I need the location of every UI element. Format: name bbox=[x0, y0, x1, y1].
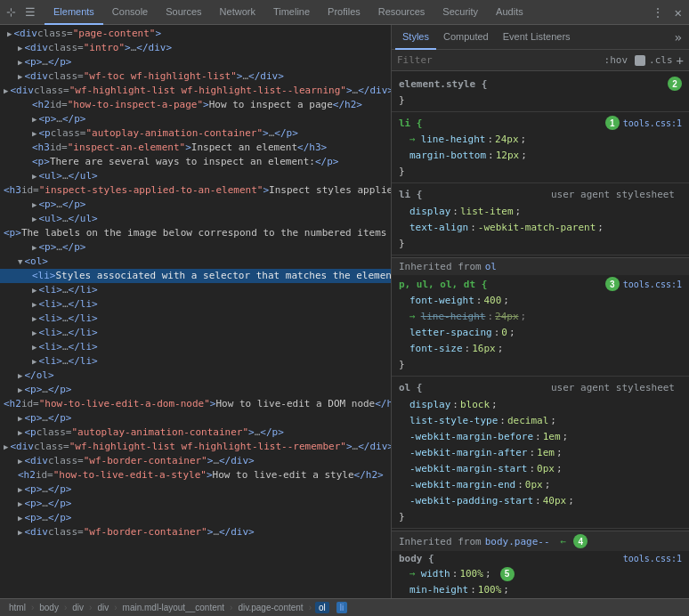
triangle-icon[interactable]: ▶ bbox=[18, 511, 22, 525]
style-prop-display[interactable]: display : list-item ; bbox=[392, 204, 689, 220]
triangle-icon[interactable]: ▶ bbox=[32, 212, 36, 226]
tree-line[interactable]: <p> There are several ways to inspect an… bbox=[0, 155, 391, 169]
triangle-icon[interactable]: ▶ bbox=[32, 169, 36, 183]
tree-line[interactable]: ▶ <p class="autoplay-animation-container… bbox=[0, 426, 391, 440]
triangle-icon[interactable]: ▶ bbox=[32, 126, 36, 141]
tree-line[interactable]: ▶ <div class="wf-toc wf-highlight-list">… bbox=[0, 69, 391, 84]
tree-line[interactable]: ▼ <ol> bbox=[0, 255, 391, 269]
tree-line[interactable]: ▶ <div class="wf-highlight-list wf-highl… bbox=[0, 84, 391, 98]
triangle-icon[interactable]: ▶ bbox=[18, 55, 22, 69]
triangle-icon[interactable]: ▶ bbox=[18, 426, 22, 440]
nav-profiles[interactable]: Profiles bbox=[319, 0, 369, 25]
tree-line[interactable]: ▶ <div class="wf-border-container"> …</d… bbox=[0, 454, 391, 468]
tree-line[interactable]: <h2 id="how-to-inspect-a-page"> How to i… bbox=[0, 98, 391, 112]
tree-line[interactable]: <h2 id="how-to-live-edit-a-dom-node"> Ho… bbox=[0, 397, 391, 411]
nav-security[interactable]: Security bbox=[434, 0, 487, 25]
triangle-icon[interactable]: ▶ bbox=[18, 525, 22, 539]
style-prop-letter-spacing[interactable]: letter-spacing : 0 ; bbox=[392, 325, 689, 341]
status-div1[interactable]: div bbox=[70, 603, 85, 612]
nav-network[interactable]: Network bbox=[211, 0, 264, 25]
tree-line[interactable]: ▶ <p>…</p> bbox=[0, 497, 391, 511]
triangle-icon[interactable]: ▶ bbox=[32, 354, 36, 369]
tree-line[interactable]: ▶ <p>…</p> bbox=[0, 411, 391, 426]
close-icon[interactable]: ✕ bbox=[671, 4, 685, 21]
triangle-icon[interactable]: ▶ bbox=[32, 283, 36, 297]
add-style-rule-button[interactable]: + bbox=[677, 53, 684, 68]
tree-line[interactable]: ▶ <p class="autoplay-animation-container… bbox=[0, 126, 391, 141]
inherited-tag[interactable]: body.page-- bbox=[485, 536, 550, 547]
tree-line[interactable]: <p> The labels on the image below corres… bbox=[0, 226, 391, 240]
triangle-icon[interactable]: ▶ bbox=[7, 27, 12, 41]
style-prop-min-height[interactable]: min-height : 100% ; bbox=[392, 582, 689, 598]
nav-timeline[interactable]: Timeline bbox=[264, 0, 319, 25]
device-mode-icon[interactable]: ☰ bbox=[23, 5, 37, 20]
triangle-icon[interactable]: ▶ bbox=[18, 41, 22, 55]
style-source[interactable]: tools.css:1 bbox=[623, 280, 682, 289]
style-prop-line-height-strikethrough[interactable]: → line-height : 24px ; bbox=[392, 309, 689, 325]
style-prop-font-size[interactable]: font-size : 16px ; bbox=[392, 341, 689, 357]
style-source[interactable]: tools.css:1 bbox=[623, 554, 682, 563]
tree-line[interactable]: ▶ <div class="wf-border-container"> …</d… bbox=[0, 525, 391, 539]
cls-toggle[interactable]: .cls bbox=[649, 54, 673, 66]
style-prop-margin-bottom[interactable]: margin-bottom : 12px ; bbox=[392, 148, 689, 164]
triangle-icon[interactable]: ▶ bbox=[32, 240, 36, 255]
tree-line[interactable]: ▶ <p>…</p> bbox=[0, 482, 391, 497]
tab-event-listeners[interactable]: Event Listeners bbox=[496, 25, 578, 50]
color-picker-icon[interactable] bbox=[635, 55, 645, 66]
triangle-icon[interactable]: ▶ bbox=[32, 326, 36, 340]
more-options-icon[interactable]: ⋮ bbox=[648, 4, 668, 21]
triangle-icon[interactable]: ▶ bbox=[18, 497, 22, 511]
tab-computed[interactable]: Computed bbox=[436, 25, 496, 50]
tree-line[interactable]: ▶ <li>…</li> bbox=[0, 312, 391, 326]
status-div2[interactable]: div bbox=[95, 603, 110, 612]
style-prop-webkit-padding-start[interactable]: -webkit-padding-start : 40px ; bbox=[392, 493, 689, 509]
tabs-more-icon[interactable]: » bbox=[671, 30, 685, 45]
nav-elements[interactable]: Elements bbox=[45, 0, 103, 25]
nav-console[interactable]: Console bbox=[103, 0, 157, 25]
triangle-icon[interactable]: ▶ bbox=[18, 383, 22, 397]
triangle-icon[interactable]: ▶ bbox=[32, 297, 36, 312]
triangle-icon[interactable]: ▶ bbox=[18, 369, 22, 383]
tree-line[interactable]: <h3 id="inspect-styles-applied-to-an-ele… bbox=[0, 183, 391, 198]
tree-line[interactable]: ▶ <li>…</li> bbox=[0, 283, 391, 297]
styles-filter-input[interactable] bbox=[397, 54, 597, 66]
tree-line[interactable]: ▶ <p>…</p> bbox=[0, 383, 391, 397]
selected-tree-line[interactable]: <li>Styles associated with a selector th… bbox=[0, 269, 391, 283]
tree-line[interactable]: ▶ <p>…</p> bbox=[0, 112, 391, 126]
tree-line[interactable]: ▶ <li>…</li> bbox=[0, 326, 391, 340]
style-prop-webkit-margin-after[interactable]: -webkit-margin-after : 1em ; bbox=[392, 445, 689, 461]
style-prop-font-weight[interactable]: font-weight : 400 ; bbox=[392, 293, 689, 309]
style-prop-webkit-margin-start[interactable]: -webkit-margin-start : 0px ; bbox=[392, 461, 689, 477]
tree-line[interactable]: ▶ <p>…</p> bbox=[0, 55, 391, 69]
triangle-icon[interactable]: ▶ bbox=[32, 112, 36, 126]
tree-line[interactable]: ▶ </ol> bbox=[0, 369, 391, 383]
nav-sources[interactable]: Sources bbox=[157, 0, 210, 25]
hov-toggle[interactable]: :hov bbox=[601, 53, 632, 68]
triangle-icon[interactable]: ▼ bbox=[18, 255, 22, 269]
tree-line[interactable]: <h2 id="how-to-live-edit-a-style"> How t… bbox=[0, 468, 391, 482]
tree-line[interactable]: <h3 id="inspect-an-element"> Inspect an … bbox=[0, 141, 391, 155]
tab-styles[interactable]: Styles bbox=[395, 25, 436, 50]
triangle-icon[interactable]: ▶ bbox=[18, 69, 22, 84]
style-prop-webkit-margin-before[interactable]: -webkit-margin-before : 1em ; bbox=[392, 429, 689, 445]
status-ol[interactable]: ol bbox=[315, 602, 329, 613]
tree-line[interactable]: ▶ <li>…</li> bbox=[0, 340, 391, 354]
style-prop-width[interactable]: → width : 100% ; 5 bbox=[392, 566, 689, 582]
triangle-icon[interactable]: ▶ bbox=[4, 440, 8, 454]
triangle-icon[interactable]: ▶ bbox=[32, 198, 36, 212]
style-source[interactable]: tools.css:1 bbox=[623, 118, 682, 128]
inspect-icon[interactable]: ⊹ bbox=[4, 5, 18, 20]
triangle-icon[interactable]: ▶ bbox=[32, 340, 36, 354]
style-prop-list-style-type[interactable]: list-style-type : decimal ; bbox=[392, 413, 689, 429]
triangle-icon[interactable]: ▶ bbox=[18, 454, 22, 468]
style-prop-display[interactable]: display : block ; bbox=[392, 397, 689, 413]
nav-resources[interactable]: Resources bbox=[369, 0, 434, 25]
status-main[interactable]: main.mdl-layout__content bbox=[121, 603, 227, 612]
tree-line[interactable]: ▶ <ul>…</ul> bbox=[0, 212, 391, 226]
tree-line[interactable]: ▶ <li>…</li> bbox=[0, 354, 391, 369]
tree-line[interactable]: ▶ <li>…</li> bbox=[0, 297, 391, 312]
triangle-icon[interactable]: ▶ bbox=[18, 411, 22, 426]
style-prop-webkit-margin-end[interactable]: -webkit-margin-end : 0px ; bbox=[392, 477, 689, 493]
status-body[interactable]: body bbox=[37, 603, 61, 612]
status-html[interactable]: html bbox=[7, 603, 28, 612]
